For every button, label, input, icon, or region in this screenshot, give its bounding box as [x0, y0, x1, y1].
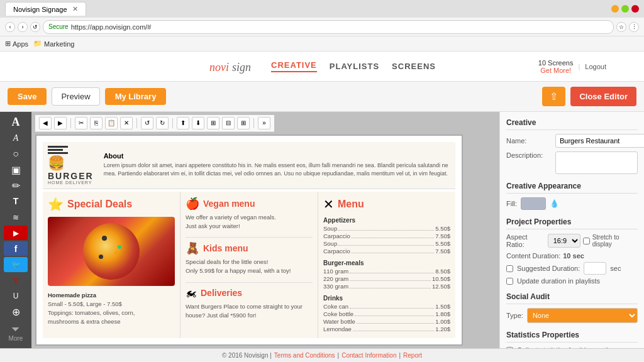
sidebar-icon-rss[interactable]: ≋ — [4, 210, 28, 224]
sidebar-more[interactable]: ⏷ More — [5, 320, 27, 346]
address-bar[interactable]: Secure https://app.novisign.com/# — [43, 20, 614, 34]
upload-button[interactable]: ⇧ — [542, 87, 565, 106]
browser-tab[interactable]: Novisign Signage ✕ — [5, 2, 86, 16]
menu-icon: ✕ — [323, 197, 334, 212]
browser-controls: ‹ › ↺ Secure https://app.novisign.com/# … — [0, 18, 644, 36]
collect-checkbox[interactable] — [506, 347, 513, 349]
content-duration-value: 10 sec — [563, 252, 584, 260]
canvas-tool-paste[interactable]: 📋 — [105, 117, 118, 129]
canvas-tool-align[interactable]: ⊞ — [237, 117, 250, 129]
canvas-tool-layer-up[interactable]: ⬆ — [177, 117, 189, 129]
type-label: Type: — [506, 312, 523, 319]
get-more-link[interactable]: Get More! — [538, 67, 574, 74]
sidebar-icon-text-style[interactable]: A — [4, 131, 28, 145]
menu-label: Menu — [338, 199, 364, 210]
deliveries-text: Want Burgers Place to come straight to y… — [186, 302, 313, 321]
canvas-tool-layer-down[interactable]: ⬇ — [192, 117, 204, 129]
sidebar-icon-image[interactable]: ▣ — [4, 162, 28, 177]
bottom-bar: © 2016 Novisign | Terms and Conditions |… — [0, 348, 644, 362]
name-row: Name: — [506, 134, 638, 148]
sidebar-icon-facebook[interactable]: f — [4, 241, 28, 256]
my-library-button[interactable]: My Library — [105, 88, 167, 105]
sidebar-icon-draw[interactable]: ✏ — [4, 178, 28, 193]
sidebar-icon-text[interactable]: A — [4, 115, 28, 129]
canvas-toolbar: ◀ ▶ ✂ ⎘ 📋 ✕ ↺ ↻ ⬆ ⬇ ⊞ ⊟ ⊞ » — [35, 115, 274, 132]
tab-close-icon[interactable]: ✕ — [72, 5, 78, 13]
canvas-tool-next[interactable]: ▶ — [54, 117, 67, 129]
suggested-checkbox[interactable] — [506, 265, 513, 272]
kids-text: Special deals for the little ones! Only … — [186, 258, 313, 276]
stretch-checkbox[interactable] — [583, 238, 590, 244]
about-section: About Lorem ipsum dolor sit amet, inani … — [104, 152, 450, 177]
apps-bookmark[interactable]: ⊞ Apps — [5, 40, 28, 48]
canvas-frame[interactable]: 🍔 BURGER HOME DELIVERY About Lorem ipsum… — [35, 134, 463, 346]
sidebar-icon-circle[interactable]: ○ — [4, 146, 28, 161]
logout-link[interactable]: Logout — [585, 63, 606, 70]
canvas-tool-cut[interactable]: ✂ — [75, 117, 87, 129]
canvas-tool-sep2 — [136, 118, 137, 128]
svg-text:novi: novi — [209, 61, 229, 74]
sidebar-icon-yelp[interactable]: Y — [4, 273, 28, 288]
close-editor-button[interactable]: Close Editor — [570, 87, 636, 106]
description-textarea[interactable] — [555, 151, 638, 174]
deal-line3: Toppings: tomatoes, olives, corn, — [48, 309, 175, 317]
appearance-section: Creative Appearance Fill: 💧 — [506, 182, 638, 210]
drink-row-1: Coke can1.50$ — [323, 303, 450, 310]
type-select[interactable]: None — [527, 308, 638, 323]
eyedropper-icon[interactable]: 💧 — [550, 199, 559, 208]
kids-label: Kids menu — [203, 243, 248, 253]
marketing-bookmark[interactable]: 📁 Marketing — [33, 40, 74, 48]
fill-swatch[interactable] — [521, 197, 546, 210]
sidebar-icon-plus[interactable]: ⊕ — [4, 305, 28, 319]
about-text: Lorem ipsum dolor sit amet, inani appete… — [104, 162, 450, 177]
name-input[interactable] — [555, 134, 644, 148]
app-nav: novi sign CREATIVE PLAYLISTS SCREENS — [208, 58, 436, 75]
svg-text:sign: sign — [232, 61, 251, 74]
suggested-input[interactable] — [584, 262, 606, 275]
creative-section: Creative Name: Description: — [506, 118, 638, 174]
close-btn[interactable] — [631, 5, 639, 13]
canvas-tool-undo[interactable]: ↺ — [141, 117, 153, 129]
canvas-tool-sep3 — [172, 118, 173, 128]
appetizer-row-3: Soup5.50$ — [323, 240, 450, 247]
vegan-section: 🍎 Vegan menu We offer a variety of vegan… — [186, 197, 313, 231]
back-btn[interactable]: ‹ — [5, 22, 15, 32]
canvas-tool-more[interactable]: » — [258, 117, 270, 129]
nav-playlists[interactable]: PLAYLISTS — [330, 62, 379, 71]
canvas-tool-ungroup[interactable]: ⊟ — [222, 117, 235, 129]
sidebar-icon-uber[interactable]: U — [4, 289, 28, 304]
drink-row-2: Coke bottle1.80$ — [323, 310, 450, 317]
sidebar-icon-twitter[interactable]: 🐦 — [4, 257, 28, 272]
canvas-tool-group[interactable]: ⊞ — [207, 117, 219, 129]
forward-btn[interactable]: › — [18, 22, 28, 32]
preview-button[interactable]: Preview — [52, 87, 99, 106]
sidebar-icon-label[interactable]: T — [4, 194, 28, 209]
vegan-icon: 🍎 — [186, 197, 199, 211]
save-button[interactable]: Save — [8, 88, 47, 105]
star-btn[interactable]: ☆ — [616, 22, 626, 32]
terms-link[interactable]: Terms and Conditions — [274, 352, 335, 359]
toolbar: Save Preview My Library ⇧ Close Editor — [0, 82, 644, 112]
fill-label: Fill: — [506, 200, 517, 207]
vegan-col: 🍎 Vegan menu We offer a variety of vegan… — [180, 192, 318, 338]
maximize-btn[interactable] — [621, 5, 629, 13]
canvas-tool-copy[interactable]: ⎘ — [90, 117, 103, 129]
menu-btn[interactable]: ⋮ — [629, 22, 639, 32]
contact-link[interactable]: Contact Information — [341, 352, 396, 359]
report-link[interactable]: Report — [403, 352, 422, 359]
canvas-tool-delete[interactable]: ✕ — [120, 117, 133, 129]
minimize-btn[interactable] — [611, 5, 619, 13]
kids-section: 🧸 Kids menu Special deals for the little… — [186, 241, 313, 276]
canvas-tool-prev[interactable]: ◀ — [39, 117, 52, 129]
creative-section-title: Creative — [506, 118, 638, 130]
update-checkbox[interactable] — [506, 278, 513, 285]
nav-creative[interactable]: CREATIVE — [271, 60, 317, 72]
nav-screens[interactable]: SCREENS — [392, 62, 436, 71]
aspect-select[interactable]: 16:9 4:3 — [548, 234, 580, 248]
aspect-row: Aspect Ratio: 16:9 4:3 Stretch to displa… — [506, 233, 638, 248]
canvas-tool-redo[interactable]: ↻ — [156, 117, 169, 129]
reload-btn[interactable]: ↺ — [30, 22, 40, 32]
menu-header: 🍔 BURGER HOME DELIVERY About Lorem ipsum… — [43, 142, 455, 189]
sidebar-icon-youtube[interactable]: ▶ — [4, 226, 28, 240]
special-deals-label: Special Deals — [67, 199, 132, 210]
